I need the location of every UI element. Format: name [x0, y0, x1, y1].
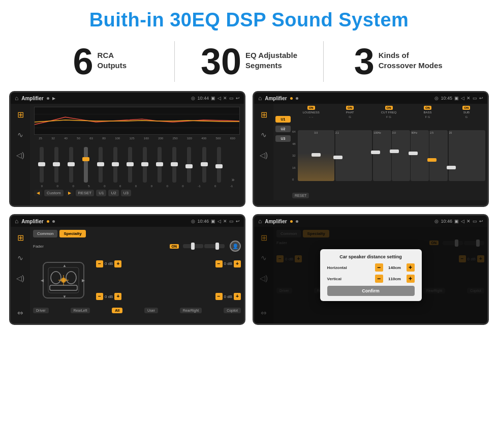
- all-btn[interactable]: All: [112, 308, 122, 313]
- eq-freq-labels: 25 32 40 50 63 80 100 125 160 200 250 32…: [34, 137, 240, 140]
- bass-g-slider[interactable]: 2.5: [429, 130, 448, 181]
- rear-right-minus[interactable]: −: [215, 293, 223, 300]
- eq-slider-2[interactable]: [54, 147, 58, 183]
- close-icon-3: ✕: [223, 219, 227, 224]
- horizontal-label: Horizontal: [327, 265, 347, 270]
- fader-balance-icon[interactable]: ⇔: [14, 306, 27, 319]
- copilot-btn[interactable]: Copilot: [224, 308, 241, 313]
- phat-slider[interactable]: 2.1: [335, 130, 372, 181]
- eq-custom-btn[interactable]: Custom: [44, 190, 64, 196]
- rear-right-btn[interactable]: RearRight: [180, 308, 202, 313]
- eq-reset-btn[interactable]: RESET: [76, 190, 95, 196]
- page-title: Buith-in 30EQ DSP Sound System: [0, 0, 498, 36]
- sub-channel: ON SUB G: [448, 106, 485, 118]
- fader-screen-title: Amplifier: [21, 219, 43, 224]
- person-icon: 👤: [232, 244, 238, 249]
- crossover-speaker-icon[interactable]: ◁): [257, 148, 270, 162]
- user-btn[interactable]: User: [144, 308, 158, 313]
- eq-graph-svg: [35, 107, 239, 134]
- eq-u2-btn[interactable]: U2: [108, 190, 118, 196]
- front-right-plus[interactable]: +: [234, 260, 241, 267]
- db-control-front-left: − 0 dB +: [96, 260, 213, 267]
- window-icon-2: ▭: [473, 96, 477, 101]
- back-icon: ↩: [236, 96, 240, 101]
- eq-slider-7[interactable]: [128, 147, 132, 183]
- svg-point-5: [51, 272, 61, 284]
- db-scale: 644832160: [292, 130, 296, 181]
- cutfreq-f-slider[interactable]: 100Hz: [373, 130, 391, 181]
- svg-text:◀: ◀: [41, 278, 44, 283]
- horizontal-plus-btn[interactable]: +: [407, 263, 415, 272]
- rear-right-plus[interactable]: +: [234, 293, 241, 300]
- fader-control-row: Fader ON 👤: [33, 241, 241, 252]
- eq-time: 10:44: [197, 96, 209, 101]
- cutfreq-g-slider[interactable]: 3.0: [392, 130, 410, 181]
- eq-slider-8[interactable]: [143, 147, 147, 183]
- front-right-minus[interactable]: −: [215, 260, 223, 267]
- eq-u1-btn[interactable]: U1: [96, 190, 106, 196]
- fader-slider-2[interactable]: [204, 244, 225, 248]
- crossover-tune-icon[interactable]: ⊞: [257, 108, 270, 121]
- eq-prev-btn[interactable]: ◀: [34, 190, 42, 196]
- tab-specialty[interactable]: Specialty: [59, 230, 85, 237]
- eq-tune-icon[interactable]: ⊞: [14, 108, 27, 121]
- tab-common[interactable]: Common: [33, 230, 57, 237]
- eq-graph: [34, 107, 240, 135]
- eq-slider-10[interactable]: [172, 147, 176, 183]
- rear-left-plus[interactable]: +: [114, 293, 121, 300]
- front-left-db: 0 dB: [105, 261, 113, 266]
- sub-slider[interactable]: 20: [449, 130, 485, 181]
- bass-f-slider[interactable]: 90Hz: [411, 130, 429, 181]
- horizontal-value: 140cm: [385, 265, 405, 270]
- driver-btn[interactable]: Driver: [33, 308, 49, 313]
- fader-speaker-icon[interactable]: ◁): [14, 272, 27, 285]
- fader-time: 10:46: [197, 219, 209, 224]
- eq-next-btn[interactable]: ▶: [66, 190, 74, 196]
- window-icon-3: ▭: [229, 219, 234, 224]
- fader-wave-icon[interactable]: ∿: [14, 251, 27, 264]
- eq-speaker-icon[interactable]: ◁): [14, 148, 27, 162]
- fader-slider[interactable]: [183, 244, 203, 248]
- fader-side-icons: ⊞ ∿ ◁) ⇔: [11, 227, 30, 323]
- fader-on-badge: ON: [170, 244, 179, 249]
- eq-slider-9[interactable]: [158, 147, 162, 183]
- eq-status-dot: [47, 97, 49, 100]
- rear-left-btn[interactable]: RearLeft: [71, 308, 90, 313]
- svg-text:▶: ▶: [82, 278, 85, 283]
- horizontal-minus-btn[interactable]: −: [375, 263, 383, 272]
- fader-tune-icon[interactable]: ⊞: [14, 231, 27, 244]
- eq-slider-11[interactable]: [187, 147, 191, 183]
- fader-dot-2: [52, 220, 55, 223]
- crossover-reset-btn[interactable]: RESET: [292, 193, 309, 198]
- loudness-slider[interactable]: 3.0: [298, 130, 334, 181]
- preset-u2-btn[interactable]: U2: [275, 126, 291, 132]
- eq-slider-4[interactable]: [84, 147, 88, 183]
- eq-u3-btn[interactable]: U3: [121, 190, 131, 196]
- horizontal-distance-row: Horizontal − 140cm +: [327, 263, 415, 272]
- preset-u1-btn[interactable]: U1: [275, 116, 291, 123]
- screens-grid: ⌂ Amplifier ▶ ◎ 10:44 ▣ ◁ ✕ ▭ ↩: [0, 91, 498, 330]
- dialog-time: 10:46: [441, 219, 452, 224]
- dialog-screen: ⌂ Amplifier ◎ 10:46 ▣ ◁ ✕ ▭ ↩ ⊞: [253, 214, 489, 325]
- front-left-plus[interactable]: +: [114, 260, 121, 267]
- stat-eq: 30 EQ Adjustable Segments: [180, 43, 319, 80]
- back-icon-3: ↩: [236, 219, 240, 224]
- eq-slider-5[interactable]: [99, 147, 103, 183]
- rear-left-minus[interactable]: −: [96, 293, 103, 300]
- confirm-button[interactable]: Confirm: [327, 286, 415, 296]
- eq-slider-3[interactable]: [69, 147, 73, 183]
- vertical-plus-btn[interactable]: +: [407, 275, 415, 283]
- fader-bottom-labels: Driver RearLeft All User RearRight Copil…: [33, 308, 241, 313]
- sub-name: SUB: [463, 111, 470, 114]
- crossover-wave-icon[interactable]: ∿: [257, 128, 270, 141]
- eq-slider-6[interactable]: [113, 147, 117, 183]
- preset-u3-btn[interactable]: U3: [275, 135, 291, 142]
- eq-slider-12[interactable]: [202, 147, 206, 183]
- front-left-minus[interactable]: −: [96, 260, 103, 267]
- eq-slider-13[interactable]: [217, 147, 221, 183]
- eq-slider-1[interactable]: [40, 147, 44, 183]
- page-wrapper: Buith-in 30EQ DSP Sound System 6 RCA Out…: [0, 0, 498, 448]
- eq-wave-icon[interactable]: ∿: [14, 128, 27, 141]
- vertical-minus-btn[interactable]: −: [375, 275, 383, 283]
- front-right-db: 0 dB: [224, 261, 232, 266]
